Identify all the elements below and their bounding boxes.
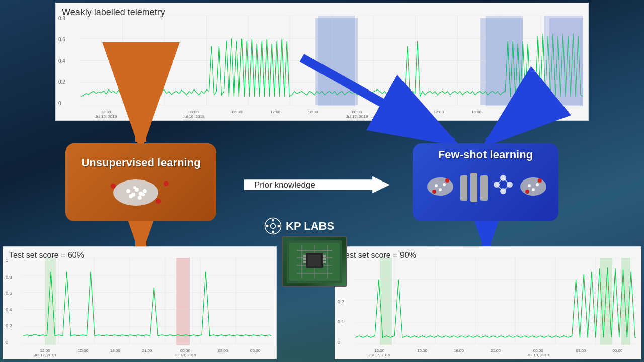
cluster-visual xyxy=(101,173,181,209)
prior-knowledge-area: Prior knowledge xyxy=(229,173,405,196)
bottom-left-x-labels: 12:00Jul 17, 2019 15:00 18:00 21:00 00:0… xyxy=(23,349,271,358)
svg-rect-79 xyxy=(323,255,326,257)
kp-labs-icon xyxy=(264,217,282,235)
svg-rect-42 xyxy=(460,175,467,201)
svg-point-39 xyxy=(443,183,446,186)
svg-point-64 xyxy=(278,225,280,227)
svg-line-50 xyxy=(503,185,510,191)
svg-point-60 xyxy=(271,224,276,229)
bottom-right-chart-svg xyxy=(355,258,636,344)
svg-line-51 xyxy=(497,185,503,191)
svg-point-63 xyxy=(266,225,269,227)
fewshot-svg xyxy=(425,165,546,203)
fewshot-learning-box: Few-shot learning xyxy=(413,143,558,221)
circuit-board-svg xyxy=(287,240,342,283)
svg-point-29 xyxy=(129,194,133,198)
svg-point-36 xyxy=(427,177,453,196)
bottom-left-chart: Test set score = 60% 1 0.8 0.6 0.4 0.2 0 xyxy=(3,246,277,359)
x-axis-labels: 12:00Jul 15, 2019 18:00 00:00Jul 16, 201… xyxy=(81,110,583,119)
svg-point-38 xyxy=(439,188,442,191)
svg-point-31 xyxy=(142,193,145,196)
svg-point-33 xyxy=(111,184,116,189)
unsupervised-title: Unsupervised learning xyxy=(81,156,200,169)
svg-line-49 xyxy=(503,178,510,185)
bottom-left-y-axis: 1 0.8 0.6 0.4 0.2 0 xyxy=(6,258,12,345)
svg-rect-43 xyxy=(470,173,477,202)
svg-rect-81 xyxy=(323,261,326,263)
chart-highlight-3 xyxy=(544,16,583,106)
kp-labs-logo: KP LABS xyxy=(264,217,334,235)
svg-point-30 xyxy=(138,196,142,200)
svg-rect-77 xyxy=(303,258,306,260)
svg-point-54 xyxy=(528,184,531,187)
main-content: Weakly labelled telemetry 0.8 0.6 0.4 0.… xyxy=(0,0,644,362)
cluster-svg xyxy=(101,173,181,209)
svg-rect-78 xyxy=(303,261,306,263)
svg-point-40 xyxy=(432,190,436,194)
svg-point-24 xyxy=(126,189,130,193)
chart-highlight-1 xyxy=(318,16,355,106)
svg-point-32 xyxy=(133,186,136,189)
fewshot-visual xyxy=(425,165,546,203)
svg-rect-76 xyxy=(303,255,306,257)
y-axis: 0.8 0.6 0.4 0.2 0 xyxy=(58,16,65,106)
bottom-right-chart: Test set score = 90% 0.4 0.3 0.2 0.1 0 xyxy=(335,246,641,359)
svg-point-34 xyxy=(164,181,169,186)
bottom-left-chart-svg xyxy=(23,258,271,344)
prior-knowledge-arrow-container: Prior knowledge xyxy=(244,176,390,194)
svg-point-37 xyxy=(435,184,438,187)
svg-point-35 xyxy=(156,199,161,204)
kp-labs-label: KP LABS xyxy=(286,220,334,233)
chart-highlight-2 xyxy=(486,16,523,106)
svg-point-62 xyxy=(272,231,274,233)
circuit-board xyxy=(282,236,347,287)
fewshot-title: Few-shot learning xyxy=(438,148,533,161)
top-chart: Weakly labelled telemetry 0.8 0.6 0.4 0.… xyxy=(55,3,589,121)
svg-point-56 xyxy=(536,183,539,186)
unsupervised-learning-box: Unsupervised learning xyxy=(65,143,216,221)
svg-rect-75 xyxy=(308,255,321,266)
svg-point-57 xyxy=(525,190,529,194)
svg-rect-44 xyxy=(480,175,488,201)
svg-point-41 xyxy=(445,178,449,183)
svg-point-53 xyxy=(520,177,546,196)
svg-point-23 xyxy=(113,179,158,206)
svg-point-61 xyxy=(272,219,274,222)
svg-point-55 xyxy=(532,188,535,191)
prior-knowledge-label: Prior knowledge xyxy=(244,176,390,194)
svg-line-20 xyxy=(488,122,513,142)
svg-point-28 xyxy=(143,189,147,193)
bottom-right-x-labels: 12:00Jul 17, 2019 15:00 18:00 21:00 00:0… xyxy=(355,349,636,358)
svg-line-52 xyxy=(497,178,503,185)
svg-rect-80 xyxy=(323,258,326,260)
svg-point-58 xyxy=(538,178,542,183)
